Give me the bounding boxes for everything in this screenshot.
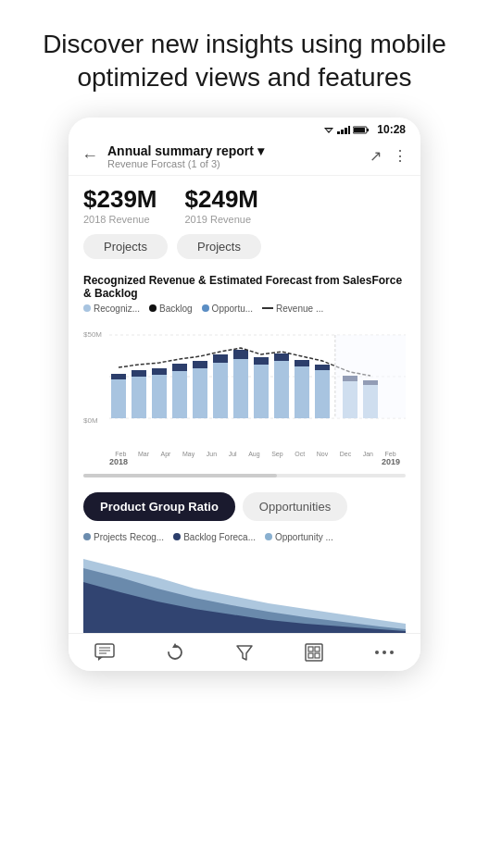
x-label-apr: Apr	[161, 451, 171, 457]
svg-rect-18	[152, 375, 167, 418]
scroll-thumb	[83, 474, 277, 477]
tab-product-group-ratio[interactable]: Product Group Ratio	[83, 492, 235, 521]
bottom-nav-refresh[interactable]	[166, 643, 184, 662]
svg-rect-3	[341, 130, 344, 134]
legend-row-2: Projects Recog... Backlog Foreca... Oppo…	[69, 528, 420, 550]
comments-icon	[94, 643, 115, 662]
svg-rect-24	[213, 363, 228, 418]
legend2-label-1: Projects Recog...	[94, 532, 164, 542]
svg-rect-4	[345, 128, 347, 134]
filter-button-projects-2[interactable]: Projects	[177, 234, 261, 259]
legend-item-3: Opportu...	[202, 304, 253, 314]
x-label-jan: Jan	[363, 451, 373, 457]
bottom-nav	[69, 633, 420, 671]
legend-item-4: Revenue ...	[262, 304, 323, 314]
kpi-row: $239M 2018 Revenue $249M 2019 Revenue	[69, 176, 420, 229]
bottom-nav-comments[interactable]	[94, 643, 115, 662]
svg-rect-33	[295, 360, 309, 366]
legend-dot-3	[202, 304, 209, 312]
x-axis-labels: Feb Mar Apr May Jun Jul Aug Sep Oct Nov …	[109, 451, 402, 457]
svg-rect-56	[315, 653, 320, 658]
legend-item-2: Backlog	[149, 304, 193, 314]
filter-button-projects-1[interactable]: Projects	[83, 234, 168, 259]
year-labels: 2018 2019	[109, 457, 400, 470]
legend-label-3: Opportu...	[212, 304, 253, 314]
nav-title: Annual summary report ▾	[107, 143, 370, 158]
legend-label-4: Revenue ...	[276, 304, 323, 314]
back-button[interactable]: ←	[82, 146, 98, 166]
legend-line-4	[262, 307, 273, 309]
headline-text: Discover new insights using mobile optim…	[0, 0, 489, 118]
legend-dot-2	[149, 304, 157, 312]
svg-rect-14	[111, 379, 126, 418]
svg-rect-41	[335, 335, 406, 418]
svg-rect-16	[132, 377, 146, 418]
area-chart	[69, 550, 420, 633]
nav-title-group: Annual summary report ▾ Revenue Forcast …	[107, 143, 370, 169]
svg-rect-54	[315, 647, 320, 651]
legend2-label-3: Opportunity ...	[275, 532, 333, 542]
bar-chart-svg: $50M $0M	[83, 321, 406, 441]
svg-rect-21	[172, 364, 187, 371]
signal-icon	[337, 125, 350, 134]
svg-rect-20	[172, 371, 187, 418]
kpi-label-2: 2019 Revenue	[185, 214, 259, 225]
x-label-aug: Aug	[248, 451, 259, 457]
nav-chevron-icon[interactable]: ▾	[257, 143, 264, 158]
legend2-item-1: Projects Recog...	[83, 532, 164, 542]
x-label-oct: Oct	[295, 451, 305, 457]
tab-opportunities[interactable]: Opportunities	[243, 492, 347, 521]
chart-section-1: Recognized Revenue & Estimated Forecast …	[69, 267, 420, 470]
x-label-nov: Nov	[317, 451, 328, 457]
svg-rect-19	[152, 368, 167, 375]
bottom-nav-more[interactable]	[374, 650, 395, 655]
svg-point-57	[375, 651, 379, 654]
x-label-jul: Jul	[229, 451, 237, 457]
expand-icon[interactable]: ↗	[370, 147, 382, 165]
kpi-item-1: $239M 2018 Revenue	[83, 185, 157, 225]
status-bar: 10:28	[69, 118, 420, 138]
x-label-feb1: Feb	[115, 451, 126, 457]
svg-rect-25	[213, 354, 228, 363]
legend2-dot-1	[83, 533, 91, 540]
legend2-dot-2	[173, 533, 181, 540]
refresh-icon	[166, 643, 184, 662]
svg-rect-17	[132, 370, 146, 377]
svg-rect-53	[308, 647, 313, 651]
top-nav: ← Annual summary report ▾ Revenue Forcas…	[69, 138, 420, 176]
status-time: 10:28	[377, 123, 406, 136]
svg-rect-55	[308, 653, 313, 658]
legend2-label-2: Backlog Foreca...	[183, 532, 256, 542]
svg-rect-32	[295, 366, 309, 418]
bar-chart: $50M $0M	[83, 321, 406, 451]
year-2018-label: 2018	[109, 457, 128, 466]
more-icon	[374, 650, 395, 655]
x-label-sep: Sep	[271, 451, 282, 457]
more-nav-icon[interactable]: ⋮	[393, 147, 408, 165]
kpi-value-2: $249M	[185, 185, 259, 214]
battery-icon	[353, 125, 370, 134]
svg-rect-30	[274, 361, 289, 418]
svg-rect-34	[315, 370, 330, 418]
legend-item-1: Recogniz...	[83, 304, 140, 314]
x-label-may: May	[182, 451, 194, 457]
legend2-dot-3	[265, 533, 272, 540]
legend-label-1: Recogniz...	[94, 304, 140, 314]
kpi-item-2: $249M 2019 Revenue	[185, 185, 259, 225]
svg-text:$50M: $50M	[83, 330, 102, 339]
legend-row-1: Recogniz... Backlog Opportu... Revenue .…	[83, 304, 406, 314]
svg-point-59	[390, 651, 394, 654]
phone-frame: 10:28 ← Annual summary report ▾ Revenue …	[69, 118, 420, 671]
svg-rect-7	[367, 129, 369, 131]
svg-rect-2	[337, 131, 340, 134]
svg-rect-8	[354, 128, 365, 132]
wifi-icon	[323, 125, 334, 134]
x-label-dec: Dec	[340, 451, 351, 457]
bottom-nav-layout[interactable]	[305, 643, 323, 662]
layout-icon	[305, 643, 323, 662]
svg-rect-23	[193, 361, 207, 368]
bottom-nav-filter[interactable]	[235, 643, 254, 662]
legend2-item-2: Backlog Foreca...	[173, 532, 256, 542]
svg-rect-31	[274, 353, 289, 361]
tab-row: Product Group Ratio Opportunities	[69, 485, 420, 528]
